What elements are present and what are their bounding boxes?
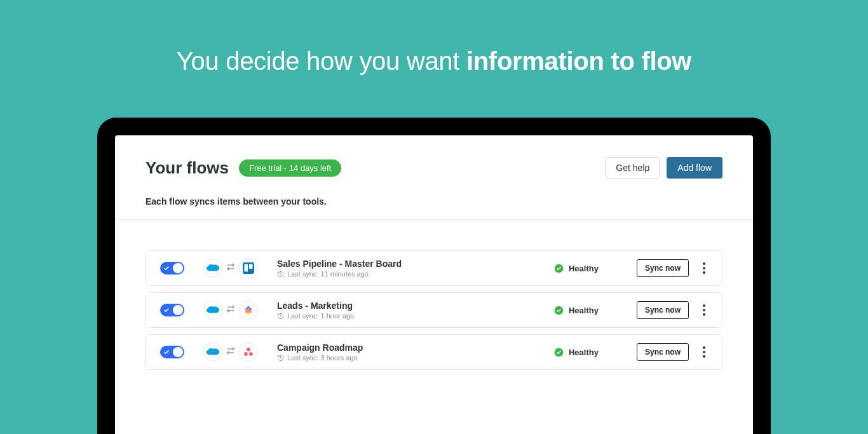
flow-last-sync: Last sync: 3 hours ago xyxy=(277,354,554,362)
flow-name: Leads - Marketing xyxy=(277,301,554,311)
sync-now-button[interactable]: Sync now xyxy=(637,343,689,361)
svg-rect-2 xyxy=(249,264,253,269)
flow-info: Leads - Marketing Last sync: 1 hour ago xyxy=(277,301,554,320)
flow-row[interactable]: Campaign Roadmap Last sync: 3 hours ago … xyxy=(146,334,722,370)
flow-last-sync: Last sync: 1 hour ago xyxy=(277,312,554,320)
more-menu-button[interactable] xyxy=(700,260,708,276)
flow-status: Healthy xyxy=(554,264,637,273)
toggle-knob xyxy=(173,263,183,273)
flows-list: Sales Pipeline - Master Board Last sync:… xyxy=(115,220,753,370)
flow-connectors xyxy=(203,342,258,362)
trial-badge: Free trial - 14 days left xyxy=(239,159,341,177)
svg-point-7 xyxy=(249,352,253,356)
row-actions: Sync now xyxy=(637,259,708,277)
flow-toggle[interactable] xyxy=(160,304,184,316)
row-actions: Sync now xyxy=(637,301,708,319)
flow-connectors xyxy=(203,301,258,320)
history-icon xyxy=(277,313,284,320)
page-header: Your flows Free trial - 14 days left Get… xyxy=(115,135,753,207)
flow-connectors xyxy=(203,259,258,278)
flow-toggle[interactable] xyxy=(160,262,184,275)
flow-sync-text: Last sync: 1 hour ago xyxy=(287,312,354,320)
sync-arrows-icon xyxy=(226,346,235,358)
asana-icon xyxy=(239,342,258,362)
salesforce-icon xyxy=(203,342,222,362)
history-icon xyxy=(277,355,284,362)
header-buttons: Get help Add flow xyxy=(605,157,722,179)
flow-name: Campaign Roadmap xyxy=(277,342,554,353)
flow-row[interactable]: Leads - Marketing Last sync: 1 hour ago … xyxy=(146,292,722,328)
svg-rect-1 xyxy=(245,264,248,272)
header-top: Your flows Free trial - 14 days left Get… xyxy=(146,157,722,179)
add-flow-button[interactable]: Add flow xyxy=(667,157,722,179)
status-text: Healthy xyxy=(569,306,599,315)
flow-status: Healthy xyxy=(554,306,637,315)
salesforce-icon xyxy=(203,301,222,320)
headline-prefix: You decide how you want xyxy=(177,47,466,75)
headline-bold: information to flow xyxy=(466,47,691,75)
status-text: Healthy xyxy=(569,264,599,273)
page-title: Your flows xyxy=(146,158,229,178)
toggle-knob xyxy=(173,305,183,315)
trello-icon xyxy=(239,259,258,278)
clickup-icon xyxy=(239,301,258,320)
device-frame: Your flows Free trial - 14 days left Get… xyxy=(97,118,771,434)
flow-info: Campaign Roadmap Last sync: 3 hours ago xyxy=(277,342,554,362)
svg-point-5 xyxy=(247,348,250,351)
get-help-button[interactable]: Get help xyxy=(605,157,660,179)
healthy-icon xyxy=(554,264,564,273)
flow-toggle[interactable] xyxy=(160,346,184,358)
healthy-icon xyxy=(554,306,564,315)
salesforce-icon xyxy=(203,259,222,278)
flow-sync-text: Last sync: 11 minutes ago xyxy=(287,270,369,278)
check-icon xyxy=(163,307,170,313)
status-text: Healthy xyxy=(569,348,599,357)
healthy-icon xyxy=(554,348,564,357)
history-icon xyxy=(277,271,284,278)
sync-arrows-icon xyxy=(226,304,235,316)
app-screen: Your flows Free trial - 14 days left Get… xyxy=(115,135,753,434)
flow-name: Sales Pipeline - Master Board xyxy=(277,259,554,269)
page-subtitle: Each flow syncs items between your tools… xyxy=(146,196,722,207)
flow-info: Sales Pipeline - Master Board Last sync:… xyxy=(277,259,554,278)
sync-now-button[interactable]: Sync now xyxy=(637,259,689,277)
sync-now-button[interactable]: Sync now xyxy=(637,301,689,319)
check-icon xyxy=(163,349,170,355)
flow-status: Healthy xyxy=(554,348,637,357)
flow-sync-text: Last sync: 3 hours ago xyxy=(287,354,358,362)
check-icon xyxy=(163,265,170,271)
header-left: Your flows Free trial - 14 days left xyxy=(146,158,341,178)
row-actions: Sync now xyxy=(637,343,708,361)
more-menu-button[interactable] xyxy=(700,344,708,360)
flow-last-sync: Last sync: 11 minutes ago xyxy=(277,270,554,278)
headline: You decide how you want information to f… xyxy=(0,0,868,76)
more-menu-button[interactable] xyxy=(700,302,708,318)
flow-row[interactable]: Sales Pipeline - Master Board Last sync:… xyxy=(146,250,722,286)
sync-arrows-icon xyxy=(226,262,235,274)
toggle-knob xyxy=(173,347,183,357)
svg-point-6 xyxy=(244,352,248,356)
